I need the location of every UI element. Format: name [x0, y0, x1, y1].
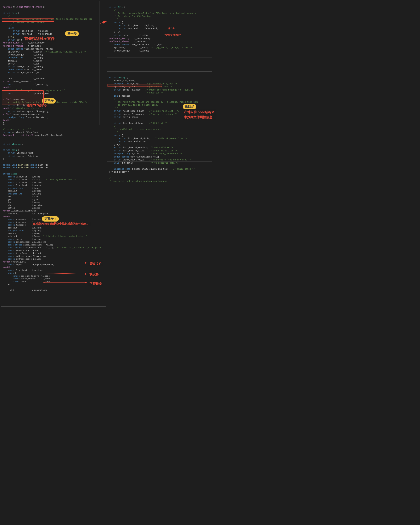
block-label: 块设备	[88, 272, 100, 277]
char-label: 字符设备	[88, 281, 103, 286]
panel-top-right: struct file { /* * fu_list becomes inval…	[107, 1, 212, 58]
f-path-highlight	[2, 19, 54, 22]
find-file-label: 首先找到对应文件	[23, 36, 56, 42]
struct-path-highlight	[2, 90, 44, 105]
step5-label: 第五步：	[42, 216, 59, 222]
d-inode-highlight	[108, 84, 162, 87]
step3-label: 第三步	[42, 98, 56, 103]
step4-label: 第四步	[183, 104, 196, 109]
find-inode-label: 在对应的inode结构体中找到文件属性信息	[183, 109, 216, 120]
pipe-label: 管道文件	[88, 262, 103, 266]
find-inode2-label: 在对应的inode结构体中找到对应的文件信息。	[31, 222, 91, 226]
step1-label: 第一步	[65, 31, 79, 36]
